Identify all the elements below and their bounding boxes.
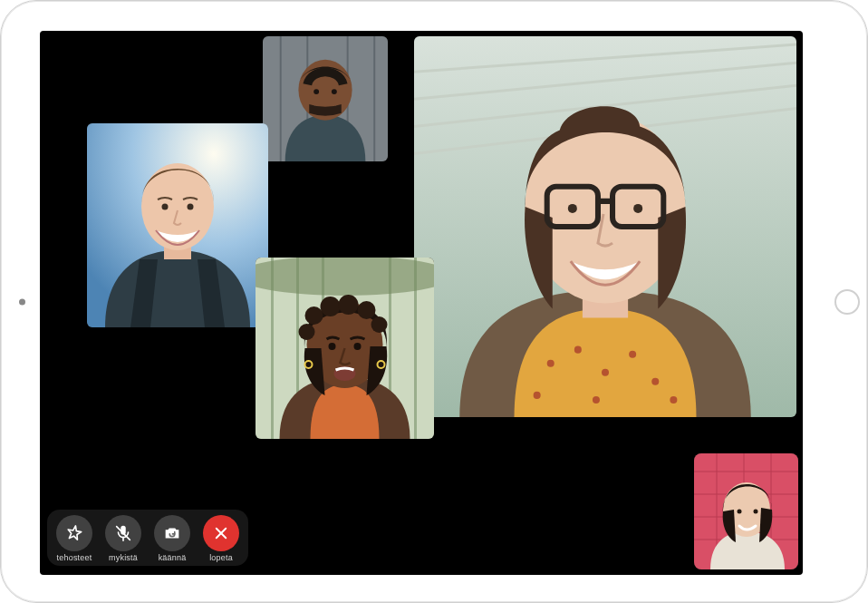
svg-point-11 — [593, 396, 600, 404]
mute-button[interactable] — [105, 515, 141, 551]
svg-point-39 — [256, 258, 434, 296]
call-controls-bar: tehosteet mykistä — [47, 510, 248, 566]
front-camera-dot — [19, 298, 25, 305]
svg-point-31 — [162, 204, 169, 210]
self-view-tile[interactable] — [694, 453, 798, 569]
effects-button[interactable] — [56, 515, 92, 551]
end-call-button[interactable] — [203, 515, 239, 551]
svg-point-7 — [602, 369, 609, 376]
svg-point-18 — [568, 204, 577, 213]
svg-point-43 — [339, 295, 359, 315]
end-call-label: lopeta — [209, 553, 233, 562]
svg-point-47 — [329, 343, 336, 350]
flip-camera-button[interactable] — [154, 515, 190, 551]
flip-camera-label: käännä — [159, 553, 187, 562]
svg-point-9 — [651, 378, 659, 385]
svg-point-46 — [299, 324, 315, 340]
effects-label: tehosteet — [57, 553, 92, 562]
svg-point-27 — [332, 89, 337, 94]
svg-point-26 — [313, 89, 319, 94]
effects-star-icon — [64, 523, 84, 543]
svg-point-61 — [738, 510, 742, 514]
participant-tile-active[interactable] — [414, 36, 796, 417]
svg-point-6 — [574, 346, 582, 354]
svg-point-44 — [358, 301, 376, 319]
participant-tile-3[interactable] — [87, 123, 268, 327]
svg-point-5 — [547, 360, 555, 367]
svg-point-42 — [321, 297, 341, 316]
participant-tile-4[interactable] — [256, 258, 434, 439]
svg-point-12 — [670, 396, 677, 404]
svg-point-41 — [305, 306, 323, 325]
mic-off-icon — [113, 523, 133, 543]
svg-point-32 — [188, 204, 194, 210]
svg-point-19 — [633, 204, 642, 213]
close-x-icon — [213, 525, 229, 541]
svg-point-48 — [354, 343, 362, 350]
svg-point-62 — [754, 510, 758, 514]
svg-point-8 — [629, 351, 636, 358]
home-button[interactable] — [834, 289, 860, 315]
svg-point-45 — [371, 316, 388, 333]
facetime-call-screen: tehosteet mykistä — [40, 31, 803, 575]
ipad-device-frame: tehosteet mykistä — [0, 0, 868, 603]
mute-label: mykistä — [109, 553, 138, 562]
flip-camera-icon — [162, 523, 182, 543]
participant-tile-2[interactable] — [263, 36, 388, 161]
svg-point-10 — [534, 392, 541, 399]
